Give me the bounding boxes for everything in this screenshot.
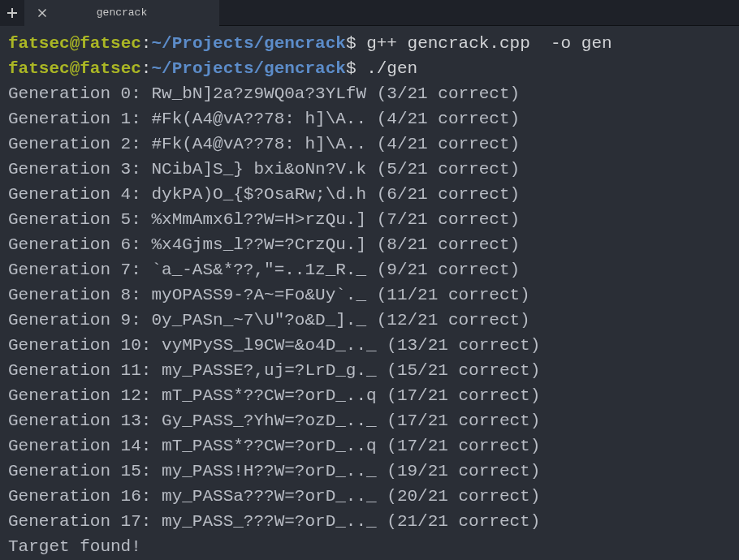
close-icon — [38, 9, 46, 17]
prompt-host: fatsec — [80, 59, 141, 78]
prompt-user: fatsec — [8, 59, 70, 78]
output-line: Generation 2: #Fk(A4@vA??78: h]\A.. (4/2… — [8, 131, 731, 157]
output-line: Generation 13: Gy_PASS_?YhW=?ozD_.._ (17… — [8, 408, 731, 433]
prompt-path: ~/Projects/gencrack — [151, 34, 345, 53]
output-line: Generation 10: vyMPySS_l9CW=&o4D_.._ (13… — [8, 333, 731, 358]
prompt-symbol: $ — [346, 59, 366, 78]
prompt-colon: : — [141, 59, 152, 78]
prompt-path: ~/Projects/gencrack — [151, 59, 345, 78]
new-tab-button[interactable] — [0, 0, 24, 26]
output-line: Generation 14: mT_PASS*??CW=?orD_..q (17… — [8, 433, 731, 459]
output-line: Generation 6: %x4Gjms_l??W=?CrzQu.] (8/2… — [8, 232, 731, 257]
output-line: Generation 8: myOPASS9-?A~=Fo&Uy`._ (11/… — [8, 282, 731, 308]
output-line: Generation 1: #Fk(A4@vA??78: h]\A.. (4/2… — [8, 106, 731, 131]
tab-title: gencrack — [60, 6, 208, 19]
prompt-line: fatsec@fatsec:~/Projects/gencrack$ g++ g… — [8, 31, 731, 56]
output-line: Generation 0: Rw_bN]2a?z9WQ0a?3YLfW (3/2… — [8, 81, 731, 106]
output-line: Generation 5: %xMmAmx6l??W=H>rzQu.] (7/2… — [8, 207, 731, 232]
tab-bar: gencrack — [0, 0, 739, 26]
prompt-at: @ — [70, 34, 80, 53]
output-line: Generation 3: NCibA]S_} bxi&oNn?V.k (5/2… — [8, 157, 731, 182]
command-text: ./gen — [366, 59, 417, 78]
prompt-at: @ — [70, 59, 80, 78]
tab-close-button[interactable] — [36, 6, 49, 19]
prompt-colon: : — [141, 34, 152, 53]
prompt-symbol: $ — [346, 34, 366, 53]
output-line: Generation 11: my_PASSE?,uj=?LrD_g._ (15… — [8, 358, 731, 383]
prompt-host: fatsec — [80, 34, 141, 53]
output-line: Generation 9: 0y_PASn_~7\U"?o&D_]._ (12/… — [8, 308, 731, 333]
command-text: g++ gencrack.cpp -o gen — [366, 34, 612, 53]
output-line: Generation 7: `a_-AS&*??,"=..1z_R._ (9/2… — [8, 257, 731, 282]
output-line: Generation 4: dykPA)O_{$?OsaRw;\d.h (6/2… — [8, 182, 731, 207]
prompt-user: fatsec — [8, 34, 70, 53]
prompt-line: fatsec@fatsec:~/Projects/gencrack$ ./gen — [8, 56, 731, 81]
plus-icon — [7, 8, 17, 18]
output-line: Generation 17: my_PASS_???W=?orD_.._ (21… — [8, 509, 731, 534]
terminal-content[interactable]: fatsec@fatsec:~/Projects/gencrack$ g++ g… — [0, 26, 739, 560]
tab-active[interactable]: gencrack — [24, 0, 219, 26]
output-line: Generation 15: my_PASS!H??W=?orD_.._ (19… — [8, 459, 731, 484]
output-line: Generation 12: mT_PASS*??CW=?orD_..q (17… — [8, 383, 731, 408]
output-line: Generation 16: my_PASSa???W=?orD_.._ (20… — [8, 484, 731, 509]
output-line: Target found! — [8, 534, 731, 559]
